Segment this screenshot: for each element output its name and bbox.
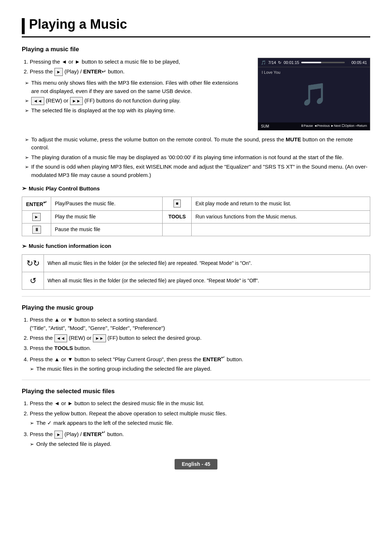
list-item: Press the yellow button. Repeat the abov… — [30, 410, 370, 427]
tools-btn-cell: TOOLS — [163, 210, 192, 223]
section-playing-music-file: Playing a music file Pressing the ◄ or ►… — [22, 45, 370, 290]
top-text-content: Pressing the ◄ or ► button to select a m… — [22, 58, 247, 130]
player-top-bar: 🎵 7/14 ↻ 00:01:15 00:05:41 — [258, 58, 370, 68]
list-item: Press the ▲ or ▼ button to select "Play … — [30, 354, 370, 373]
mute-label: MUTE — [286, 136, 301, 142]
tools-label: TOOLS — [168, 214, 186, 219]
list-item: Press the ◄◄ (REW) or ►► (FF) button to … — [30, 334, 370, 342]
section-heading-selected-files: Playing the selected music files — [22, 387, 370, 396]
title-bar-decoration — [22, 18, 25, 34]
selected-arrow-item-1: ➢ The ✓ mark appears to the left of the … — [30, 419, 370, 427]
rew-icon2: ◄◄ — [54, 334, 68, 342]
repeat-all-icon: ↻↻ — [26, 259, 40, 268]
player-sum-label: SUM — [261, 124, 269, 129]
list-item: Press the ► (Play) / ENTER↵ button. ➢ On… — [30, 429, 370, 448]
selected-arrow-item-2: ➢ Only the selected file is played. — [30, 440, 370, 448]
file-steps-list: Pressing the ◄ or ► button to select a m… — [22, 58, 247, 76]
arrow-item-1: ➢ This menu only shows files with the MP… — [22, 79, 247, 95]
rew-icon: ◄◄ — [31, 97, 44, 105]
play-key-icon: ► — [54, 68, 63, 76]
stop-btn-cell: ■ — [163, 197, 192, 211]
music-note-icon: 🎵 — [301, 78, 328, 111]
sub-arrow-icon: ➣ — [22, 184, 26, 193]
player-icon: 🎵 — [261, 60, 266, 66]
repeat-once-desc-cell: When all music files in the folder (or t… — [44, 272, 370, 289]
arrow-item-2: ➢ ◄◄ (REW) or ►► (FF) buttons do not fun… — [22, 97, 247, 105]
arrow-item-3: ➢ The selected file is displayed at the … — [22, 106, 247, 115]
selected-steps-list: Press the ◄ or ► button to select the de… — [22, 399, 370, 448]
play-icon: ► — [32, 213, 41, 221]
list-item: Press the ◄ or ► button to select the de… — [30, 399, 370, 408]
tools-desc-cell: Run various functions from the Music men… — [192, 210, 370, 223]
sub-heading-icons-label: Music function information icon — [29, 242, 111, 250]
list-item: Press the TOOLS button. — [30, 344, 370, 352]
sub-heading-controls: ➣ Music Play Control Buttons — [22, 184, 370, 193]
list-item: Press the ▲ or ▼ button to select a sort… — [30, 316, 370, 332]
sub-heading-icons: ➣ Music function information icon — [22, 242, 370, 251]
arrow-item-5: ➢ The playing duration of a music file m… — [22, 153, 370, 162]
footer-badge: English - 45 — [175, 459, 218, 470]
page-footer: English - 45 — [22, 459, 370, 470]
table-row: ↺ When all music files in the folder (or… — [22, 272, 370, 289]
player-track-info: I Love You — [258, 67, 370, 76]
player-song-title: I Love You — [262, 70, 280, 74]
section-playing-selected-files: Playing the selected music files Press t… — [22, 387, 370, 448]
list-item: Press the ► (Play) / ENTER↵ button. — [30, 68, 247, 76]
section-heading-music-group: Playing the music group — [22, 303, 370, 313]
repeat-once-icon: ↺ — [30, 276, 36, 285]
table-row: ⏸ Pause the music file — [22, 223, 370, 236]
empty-btn-cell — [163, 223, 192, 236]
pause-desc-cell: Pause the music file — [51, 223, 163, 236]
sub-arrow-icon2: ➣ — [22, 242, 26, 251]
empty-desc-cell — [192, 223, 370, 236]
progress-fill — [301, 62, 321, 63]
player-bottom-bar: SUM ⏸Pause ◄Previous ►Next ☐Option ↩Retu… — [258, 122, 370, 130]
sub-heading-controls-label: Music Play Control Buttons — [29, 185, 100, 193]
top-layout: Pressing the ◄ or ► button to select a m… — [22, 58, 370, 130]
stop-icon: ■ — [173, 200, 180, 207]
player-screenshot: 🎵 7/14 ↻ 00:01:15 00:05:41 I Love You 🎵 — [258, 58, 370, 130]
page-title: Playing a Music — [29, 15, 127, 34]
pause-btn-cell: ⏸ — [22, 223, 51, 236]
table-row: ► Play the music file TOOLS Run various … — [22, 210, 370, 223]
stop-desc-cell: Exit play mode and return to the music l… — [192, 197, 370, 211]
ff-icon2: ►► — [93, 334, 106, 342]
group-steps-list: Press the ▲ or ▼ button to select a sort… — [22, 316, 370, 373]
progress-bar — [301, 62, 345, 63]
ff-icon: ►► — [70, 97, 83, 105]
player-middle: 🎵 — [258, 76, 370, 113]
arrow-item-4: ➢ To adjust the music volume, press the … — [22, 136, 370, 152]
player-box: 🎵 7/14 ↻ 00:01:15 00:05:41 I Love You 🎵 — [258, 58, 370, 130]
enter-label: ENTER — [83, 68, 102, 74]
arrow-item-6: ➢ If the sound is odd when playing MP3 f… — [22, 163, 370, 179]
player-repeat-icon: ↻ — [278, 60, 281, 66]
tools-label2: TOOLS — [54, 345, 73, 351]
control-buttons-table: ENTER↵ Play/Pauses the music file. ■ Exi… — [22, 197, 370, 236]
player-time-total: 00:05:41 — [351, 60, 367, 66]
section-divider-1 — [22, 296, 370, 297]
section-divider-2 — [22, 380, 370, 380]
section-heading-playing-music-file: Playing a music file — [22, 45, 370, 54]
enter-btn-cell: ENTER↵ — [22, 197, 51, 211]
enter-desc-cell: Play/Pauses the music file. — [51, 197, 163, 211]
section-playing-music-group: Playing the music group Press the ▲ or ▼… — [22, 303, 370, 373]
player-top-left: 🎵 7/14 ↻ 00:01:15 — [261, 60, 345, 66]
repeat-full-icon-cell: ↻↻ — [22, 254, 44, 272]
icon-info-table: ↻↻ When all music files in the folder (o… — [22, 254, 370, 290]
player-track-num: 7/14 — [268, 60, 276, 66]
table-row: ENTER↵ Play/Pauses the music file. ■ Exi… — [22, 197, 370, 211]
table-row: ↻↻ When all music files in the folder (o… — [22, 254, 370, 272]
repeat-once-icon-cell: ↺ — [22, 272, 44, 289]
enter-symbol: ↵ — [102, 68, 106, 74]
list-item: Pressing the ◄ or ► button to select a m… — [30, 58, 247, 66]
play-icon2: ► — [54, 431, 63, 439]
sorting-options: ("Title", "Artist", "Mood", "Genre", "Fo… — [30, 325, 165, 331]
page-title-section: Playing a Music — [22, 15, 370, 37]
repeat-full-desc-cell: When all music files in the folder (or t… — [44, 254, 370, 272]
play-desc-cell: Play the music file — [51, 210, 163, 223]
player-time-current: 00:01:15 — [283, 60, 299, 66]
pause-icon: ⏸ — [32, 226, 41, 234]
group-arrow-item: ➢ The music files in the sorting group i… — [30, 365, 370, 373]
player-controls-label: ⏸Pause ◄Previous ►Next ☐Option ↩Return — [301, 124, 367, 129]
enter-label2: ENTER — [203, 356, 221, 362]
